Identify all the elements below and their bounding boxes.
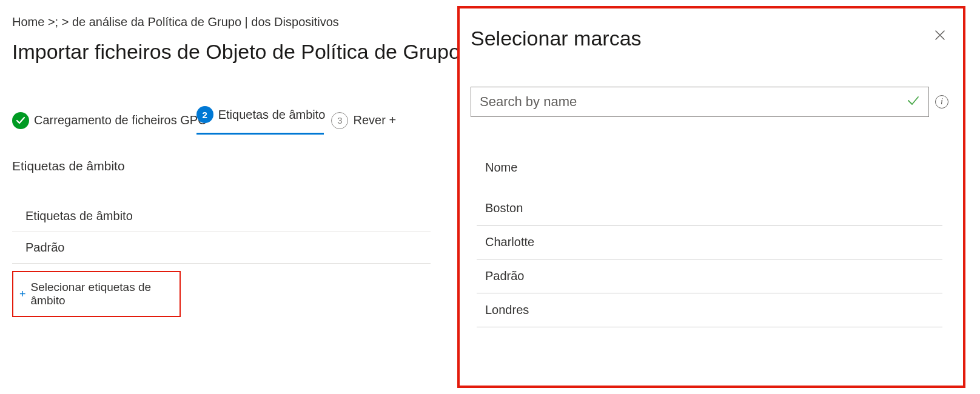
panel-title: Selecionar marcas (471, 27, 642, 50)
check-icon (12, 112, 29, 129)
checkmark-icon (907, 94, 920, 110)
close-button[interactable] (931, 27, 948, 44)
list-column-header: Nome (477, 153, 942, 192)
main-content: Home >; > de análise da Política de Grup… (0, 0, 443, 317)
column-header: Etiquetas de âmbito (12, 201, 431, 232)
step-label: Rever + (353, 113, 396, 127)
search-input[interactable] (480, 94, 907, 110)
section-heading: Etiquetas de âmbito (12, 159, 431, 173)
scope-tags-table: Etiquetas de âmbito Padrão (12, 201, 431, 264)
active-step-underline (196, 133, 324, 135)
wizard-steps: Carregamento de ficheiros GPO 2 Etiqueta… (12, 106, 431, 135)
list-item[interactable]: Boston (477, 192, 942, 225)
step-label: Etiquetas de âmbito (218, 108, 326, 122)
page-title: Importar ficheiros de Objeto de Política… (12, 40, 431, 64)
info-icon[interactable]: i (935, 95, 948, 109)
tags-list: Nome Boston Charlotte Padrão Londres (471, 153, 948, 327)
step-label: Carregamento de ficheiros GPO (34, 113, 207, 127)
step-file-upload[interactable]: Carregamento de ficheiros GPO (12, 112, 207, 129)
breadcrumb[interactable]: Home >; > de análise da Política de Grup… (12, 15, 431, 29)
select-scope-tags-label: Selecionar etiquetas de âmbito (31, 281, 173, 307)
list-item[interactable]: Charlotte (477, 225, 942, 259)
list-item[interactable]: Londres (477, 293, 942, 327)
step-review[interactable]: 3 Rever + (331, 112, 396, 129)
step-number-icon: 3 (331, 112, 348, 129)
list-item[interactable]: Padrão (477, 259, 942, 293)
table-row: Padrão (12, 232, 431, 264)
search-row: i (471, 87, 948, 117)
select-tags-panel: Selecionar marcas i Nome Boston Charlott… (457, 6, 965, 388)
close-icon (934, 29, 946, 41)
select-scope-tags-button[interactable]: + Selecionar etiquetas de âmbito (12, 271, 181, 317)
search-box[interactable] (471, 87, 929, 117)
plus-icon: + (19, 288, 26, 301)
step-number-icon: 2 (196, 106, 213, 123)
step-scope-tags[interactable]: 2 Etiquetas de âmbito (196, 106, 326, 135)
